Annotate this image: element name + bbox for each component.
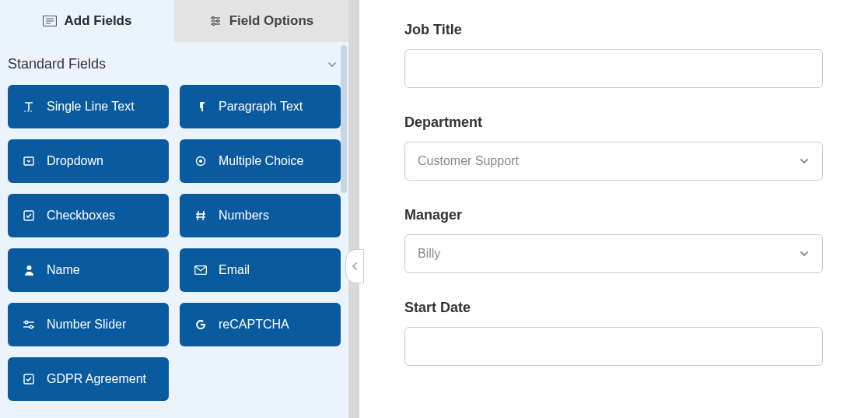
form-preview: Job Title Department Customer Support Ma… xyxy=(359,0,868,418)
panel-divider xyxy=(348,0,359,418)
field-label: Name xyxy=(47,263,80,277)
tab-add-fields[interactable]: Add Fields xyxy=(0,0,174,42)
field-name[interactable]: Name xyxy=(8,248,169,292)
tab-label: Field Options xyxy=(229,13,314,29)
field-label: Numbers xyxy=(219,209,269,223)
scrollbar[interactable] xyxy=(341,45,347,193)
sidebar-body: Standard Fields Single Line Text Paragra… xyxy=(0,42,348,418)
svg-line-15 xyxy=(198,211,198,220)
text-icon xyxy=(22,101,36,112)
select-value: Customer Support xyxy=(418,154,519,168)
collapse-handle[interactable] xyxy=(345,249,364,283)
field-gdpr-agreement[interactable]: GDPR Agreement xyxy=(8,357,169,401)
field-label: Department xyxy=(404,114,823,131)
tab-field-options[interactable]: Field Options xyxy=(174,0,348,42)
field-label: Number Slider xyxy=(47,318,126,332)
svg-line-16 xyxy=(203,211,204,220)
field-label: reCAPTCHA xyxy=(219,318,289,332)
field-label: GDPR Agreement xyxy=(47,372,146,386)
fields-grid: Single Line Text Paragraph Text Dropdown… xyxy=(8,85,341,401)
person-icon xyxy=(22,265,36,276)
checksquare-icon xyxy=(22,374,36,385)
paragraph-icon xyxy=(194,101,208,112)
svg-point-8 xyxy=(216,20,219,23)
svg-point-24 xyxy=(30,325,33,328)
chevron-down-icon xyxy=(799,156,810,167)
manager-select[interactable]: Billy xyxy=(404,234,823,273)
select-value: Billy xyxy=(418,247,440,261)
svg-point-19 xyxy=(26,265,31,270)
hash-icon xyxy=(194,210,208,221)
form-group-start-date[interactable]: Start Date xyxy=(404,300,823,366)
field-label: Checkboxes xyxy=(47,209,115,223)
field-numbers[interactable]: Numbers xyxy=(180,194,341,237)
field-label: Manager xyxy=(404,207,823,223)
field-paragraph-text[interactable]: Paragraph Text xyxy=(180,85,341,128)
checkbox-icon xyxy=(22,210,36,221)
field-label: Paragraph Text xyxy=(219,100,303,114)
field-label: Single Line Text xyxy=(47,100,135,114)
section-standard-fields[interactable]: Standard Fields xyxy=(8,42,341,85)
field-email[interactable]: Email xyxy=(180,248,341,292)
dropdown-icon xyxy=(22,156,36,167)
job-title-input[interactable] xyxy=(404,49,823,88)
chevron-down-icon xyxy=(327,59,338,70)
form-group-manager[interactable]: Manager Billy xyxy=(404,207,823,273)
department-select[interactable]: Customer Support xyxy=(404,142,823,181)
slider-icon xyxy=(22,319,36,330)
svg-point-13 xyxy=(199,160,202,163)
google-icon xyxy=(194,319,208,330)
form-group-department[interactable]: Department Customer Support xyxy=(404,114,823,181)
section-title: Standard Fields xyxy=(8,56,106,72)
svg-point-23 xyxy=(25,321,28,324)
field-label: Multiple Choice xyxy=(219,154,303,168)
svg-point-9 xyxy=(212,23,215,26)
field-single-line-text[interactable]: Single Line Text xyxy=(8,85,169,128)
field-label: Job Title xyxy=(404,22,823,38)
sidebar-tabs: Add Fields Field Options xyxy=(0,0,348,42)
form-icon xyxy=(43,16,57,26)
sliders-icon xyxy=(209,15,222,27)
svg-rect-11 xyxy=(24,157,33,165)
form-group-job-title[interactable]: Job Title xyxy=(404,22,823,88)
chevron-down-icon xyxy=(799,248,810,259)
field-number-slider[interactable]: Number Slider xyxy=(8,303,169,346)
sidebar: Add Fields Field Options Standard Fields… xyxy=(0,0,348,418)
field-label: Email xyxy=(219,263,250,277)
envelope-icon xyxy=(194,265,208,275)
field-label: Start Date xyxy=(404,300,823,316)
svg-point-7 xyxy=(212,17,214,19)
field-label: Dropdown xyxy=(47,154,103,168)
chevron-left-icon xyxy=(351,262,359,271)
field-multiple-choice[interactable]: Multiple Choice xyxy=(180,139,341,183)
start-date-input[interactable] xyxy=(404,327,823,366)
field-checkboxes[interactable]: Checkboxes xyxy=(8,194,169,237)
field-recaptcha[interactable]: reCAPTCHA xyxy=(180,303,341,346)
tab-label: Add Fields xyxy=(65,13,132,29)
field-dropdown[interactable]: Dropdown xyxy=(8,139,169,183)
radio-icon xyxy=(194,156,208,167)
